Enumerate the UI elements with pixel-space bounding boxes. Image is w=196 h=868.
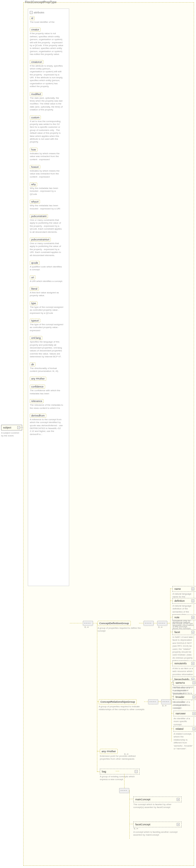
connector — [129, 824, 133, 824]
attr-name[interactable]: typeuri — [30, 319, 40, 322]
attr-creator: creatorIf the property value is not defi… — [30, 28, 67, 56]
choice-icon — [157, 621, 167, 626]
connector — [97, 772, 100, 772]
connector — [170, 679, 172, 679]
multiplicity: 0..∞ — [162, 705, 166, 707]
attr-pubconstrainturi: pubconstrainturiOne or many constraints … — [30, 238, 67, 257]
attr-name[interactable]: dir — [30, 363, 35, 366]
element-box[interactable]: narrower+ — [173, 711, 196, 716]
expand-icon[interactable]: + — [177, 823, 180, 826]
expand-icon[interactable]: + — [192, 662, 194, 665]
attr-name[interactable]: howuri — [30, 165, 40, 169]
element-box[interactable]: related+ — [173, 726, 196, 732]
connector — [19, 427, 23, 428]
connector — [170, 600, 172, 601]
attr-name[interactable]: why — [30, 182, 37, 186]
expand-icon[interactable]: + — [192, 588, 194, 590]
attr-relevance: relevanceThe relevance of the metadata t… — [30, 399, 67, 410]
attr-name[interactable]: creator — [30, 28, 41, 32]
attr-pubconstraint: pubconstraintOne or many constraints tha… — [30, 214, 67, 234]
sequence-icon — [119, 788, 129, 793]
attr-desc: The local identifier of the — [30, 21, 63, 24]
connector — [116, 771, 119, 771]
attr-desc: Why the metadata has been included - exp… — [30, 204, 63, 210]
element-desc: Additional natural language information … — [172, 621, 194, 630]
attr-name[interactable]: pubconstrainturi — [30, 238, 51, 242]
element-box[interactable]: note+ — [172, 615, 196, 620]
attr-name[interactable]: pubconstraint — [30, 214, 48, 218]
connector — [171, 728, 173, 729]
facet-concept-box[interactable]: facetConcept+ — [133, 822, 182, 827]
expand-icon[interactable]: + — [193, 681, 195, 684]
collapse-icon[interactable]: − — [17, 426, 20, 429]
connector-v — [170, 588, 170, 699]
attr-name[interactable]: type — [30, 301, 37, 305]
expand-icon[interactable]: + — [192, 616, 194, 619]
attr-name[interactable]: confidence — [30, 385, 45, 389]
attr-name[interactable]: uri — [30, 275, 35, 279]
element-desc: In NAR 1.8 and later: facet is deprecate… — [172, 636, 194, 662]
attr-name[interactable]: custom — [30, 116, 41, 120]
cdg-remoteInfo: remoteInfo+A link to an item or a web re… — [172, 660, 195, 679]
collapse-icon[interactable]: − — [30, 11, 33, 14]
attr-name[interactable]: xml:lang — [30, 336, 42, 340]
concept-definition-group: ConceptDefinitionGroup A group of proper… — [97, 621, 147, 633]
crg-narrower: narrower+An identifier of a more specifi… — [173, 711, 195, 726]
attr-desc: One or many constraints that apply to pu… — [30, 242, 63, 257]
element-box[interactable]: remoteInfo+ — [172, 660, 196, 666]
attributes-header[interactable]: −attributes — [30, 11, 67, 14]
attr-name[interactable]: id — [30, 16, 35, 20]
bag-box[interactable]: bag− — [100, 769, 140, 774]
attr-name[interactable]: modified — [30, 92, 42, 96]
element-box[interactable]: facet+ — [172, 629, 196, 635]
attr-name[interactable]: derivedfrom — [30, 414, 46, 417]
crg-broader: broader+An identifier of a more generic … — [173, 694, 195, 710]
attr-desc: Why the metadata has been included - exp… — [30, 187, 63, 196]
attr-desc: The type of the concept assigned as cont… — [30, 323, 63, 332]
attr-typeuri: typeuriThe type of the concept assigned … — [30, 319, 67, 332]
element-box[interactable]: broader+ — [173, 694, 196, 700]
attr-howuri: howuriIndicates by which means the value… — [30, 165, 67, 178]
connector — [170, 617, 172, 617]
attr-desc: Specifies the language of this property … — [30, 341, 63, 358]
attr-uri: uriA URI which identifies a concept. — [30, 275, 67, 283]
attr-desc: The type of the concept assigned as cont… — [30, 306, 63, 315]
attr-name[interactable]: creatoruri — [30, 60, 43, 64]
element-desc: An identifier of a more specific concept… — [173, 717, 195, 726]
element-box[interactable]: name+ — [172, 586, 196, 592]
attr-name[interactable]: any ##other — [30, 377, 46, 381]
expand-icon[interactable]: + — [193, 695, 195, 699]
element-box[interactable]: sameAs+ — [173, 680, 196, 686]
connector — [171, 697, 173, 697]
multiplicity: 0..∞ — [158, 626, 162, 628]
attr-desc: If set to true the corresponding propert… — [30, 120, 63, 144]
connector — [139, 623, 144, 623]
attr-desc: A free-text value assigned as property v… — [30, 291, 63, 297]
attr-name[interactable]: how — [30, 148, 37, 152]
connector — [70, 623, 82, 623]
collapse-icon[interactable]: − — [135, 770, 138, 773]
attr-desc: If the attribute is empty, specifies whi… — [30, 65, 63, 88]
expand-icon[interactable]: + — [192, 599, 194, 602]
attr-name[interactable]: literal — [30, 287, 39, 291]
attr-name[interactable]: whyuri — [30, 200, 40, 204]
cdg-note: note+Additional natural language informa… — [172, 615, 195, 630]
attr-desc: Indicates by which means the value was e… — [30, 169, 63, 178]
attr-name[interactable]: qcode — [30, 261, 40, 265]
attr-dir: dirThe directionality of textual content… — [30, 363, 67, 373]
connector — [97, 751, 100, 751]
attr-custom: customIf set to true the corresponding p… — [30, 116, 67, 144]
main-concept-box[interactable]: mainConcept+ — [133, 797, 182, 802]
expand-icon[interactable]: + — [177, 798, 180, 801]
attr-desc: Indicates by which means the value was e… — [30, 152, 63, 161]
expand-icon[interactable]: + — [192, 631, 194, 633]
attr-how: howIndicates by which means the value wa… — [30, 148, 67, 161]
expand-icon[interactable]: + — [193, 727, 195, 730]
subject-box[interactable]: subject− — [1, 425, 22, 430]
expand-icon[interactable]: + — [193, 712, 195, 715]
main-concept: mainConcept+ The concept which is facete… — [133, 797, 182, 809]
attr-name[interactable]: relevance — [30, 399, 44, 403]
attr-anyother: any ##other — [30, 377, 67, 381]
element-desc: An identifier of a more generic concept. — [173, 701, 195, 710]
element-box[interactable]: definition+ — [172, 598, 196, 604]
